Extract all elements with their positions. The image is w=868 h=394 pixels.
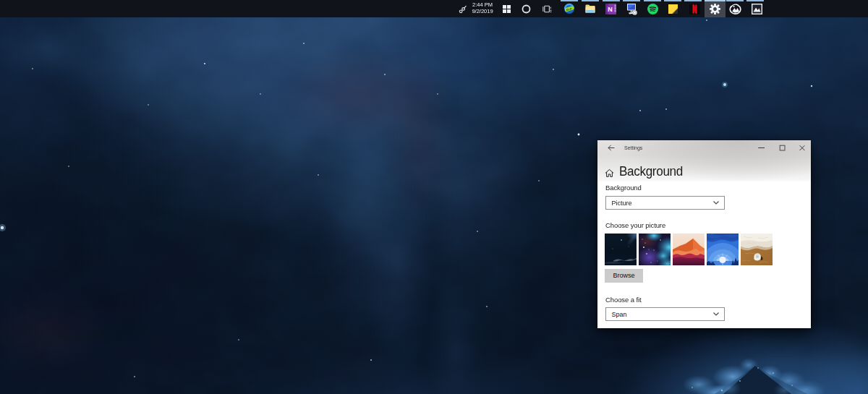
svg-text:N: N: [608, 6, 613, 13]
